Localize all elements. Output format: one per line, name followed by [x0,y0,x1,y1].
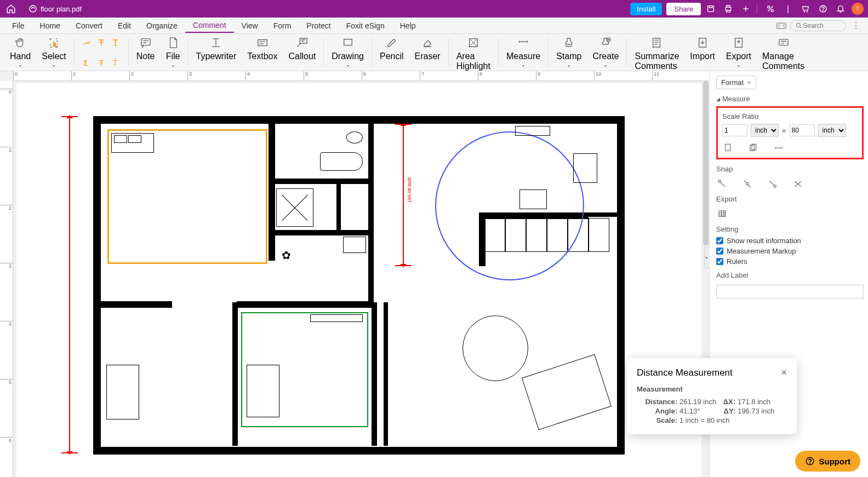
scale-from-input[interactable] [722,124,747,136]
rulers-checkbox[interactable] [716,258,723,265]
menu-home[interactable]: Home [32,19,68,32]
highlight-icon[interactable] [81,36,93,48]
tool-callout[interactable]: Callout [283,36,321,61]
snap-intersection-icon[interactable] [792,179,804,189]
search-input[interactable] [803,22,841,30]
svg-rect-15 [258,40,267,46]
area-highlight-icon [466,36,481,49]
user-avatar[interactable]: f [852,3,864,15]
dx-value: 171.8 inch [738,398,787,406]
bell-icon[interactable] [833,2,848,15]
replace-icon[interactable]: Ŧ [95,57,107,69]
menu-protect[interactable]: Protect [299,19,338,32]
menu-edit[interactable]: Edit [110,19,139,32]
popup-subtitle: Measurement [637,385,787,393]
print-icon[interactable] [721,2,736,15]
kitchen-sink-icon [515,126,550,136]
export-section-title: Export [716,195,864,203]
share-button[interactable]: Share [666,3,701,15]
install-button[interactable]: Install [630,3,662,15]
scale-pages-icon[interactable] [747,142,760,153]
home-icon[interactable] [4,2,18,15]
menu-form[interactable]: Form [266,19,299,32]
tool-eraser[interactable]: Eraser [409,36,446,61]
tool-textbox[interactable]: Textbox [242,36,283,61]
scale-from-unit[interactable]: inch [751,124,779,137]
menu-file[interactable]: File [4,19,32,32]
svg-rect-18 [469,39,477,47]
snap-path-icon[interactable] [767,179,779,189]
panel-collapse-handle[interactable]: ▸ [704,246,710,268]
callout-icon [295,36,309,49]
hand-icon [13,36,27,49]
svg-point-10 [823,10,824,11]
pipe-icon[interactable]: | [780,2,796,15]
add-label-input[interactable] [716,285,864,298]
scale-page-icon[interactable] [722,142,734,153]
tool-export[interactable]: Export ▾ [721,36,757,68]
tool-pencil[interactable]: Pencil [374,36,409,61]
tool-summarize[interactable]: Summarize Comments [629,36,684,71]
more-icon[interactable]: ⋮ [848,20,864,31]
scale-to-input[interactable] [790,124,815,136]
canvas[interactable]: 0 1 2 3 4 5 6 7 8 9 10 11 0 1 2 3 4 5 6 [0,71,709,477]
menu-help[interactable]: Help [392,19,424,32]
single-bed-2-icon [247,365,279,417]
percent-icon[interactable] [763,2,778,15]
help-icon[interactable] [815,2,831,15]
cart-icon[interactable] [798,2,813,15]
measurement-markup-checkbox[interactable] [716,248,723,255]
insert-icon[interactable]: T̂ [110,57,122,69]
tool-note[interactable]: Note [131,36,161,61]
tool-select[interactable]: Select ▾ [36,36,71,68]
add-icon[interactable] [738,2,753,15]
menu-convert[interactable]: Convert [68,19,110,32]
scale-calibrate-icon[interactable] [773,142,785,153]
scale-to-unit[interactable]: inch [818,124,846,137]
tool-import[interactable]: Import [684,36,720,61]
expand-icon[interactable] [773,22,790,30]
kitchen-circle-annotation[interactable] [435,131,584,280]
titlebar: floor plan.pdf Install Share | f [0,0,868,18]
summarize-icon [650,36,664,49]
textbox-icon [255,36,270,49]
pencil-icon [385,36,399,49]
tool-drawing[interactable]: Drawing ▾ [326,36,369,68]
show-result-checkbox[interactable] [716,237,723,244]
tool-stamp[interactable]: Stamp ▾ [551,36,587,68]
svg-point-6 [771,9,773,12]
underline-icon[interactable]: T [110,36,122,48]
svg-point-12 [796,23,800,27]
tool-measure[interactable]: Measure ▾ [501,36,546,68]
strikeout-icon[interactable]: T [95,36,107,48]
scale-ratio-box: Scale Ratio inch = inch [716,106,864,159]
tool-typewriter[interactable]: Typewriter [191,36,242,61]
export-excel-icon[interactable] [716,209,728,220]
measure-section-title[interactable]: ◢Measure [716,95,864,103]
add-label-title: Add Label [716,271,864,279]
tool-text-group: T T T Ŧ T̂ [77,36,126,69]
svg-rect-14 [141,39,150,45]
dining-table-icon [462,315,528,381]
snap-endpoint-icon[interactable] [716,179,728,189]
tool-file[interactable]: File ▾ [161,36,186,68]
close-icon[interactable]: × [781,367,787,378]
squiggly-icon[interactable]: T [81,57,93,69]
bathtub-icon [320,152,363,171]
menu-organize[interactable]: Organize [139,19,185,32]
save-icon[interactable] [703,2,718,15]
menu-esign[interactable]: Foxit eSign [339,19,392,32]
tool-create[interactable]: Create ▾ [587,36,624,68]
menu-view[interactable]: View [234,19,266,32]
note-icon [139,36,153,49]
menu-comment[interactable]: Comment [185,19,234,33]
tool-area-highlight[interactable]: Area Highlight [451,36,496,71]
svg-rect-29 [774,185,776,187]
close-icon[interactable]: × [747,78,751,87]
measure-arrow-left[interactable] [69,116,70,453]
support-button[interactable]: Support [795,451,861,472]
snap-midpoint-icon[interactable] [741,179,753,189]
search-box[interactable] [790,20,846,31]
panel-tab-format[interactable]: Format × [716,76,756,89]
tool-hand[interactable]: Hand ▾ [4,36,36,68]
